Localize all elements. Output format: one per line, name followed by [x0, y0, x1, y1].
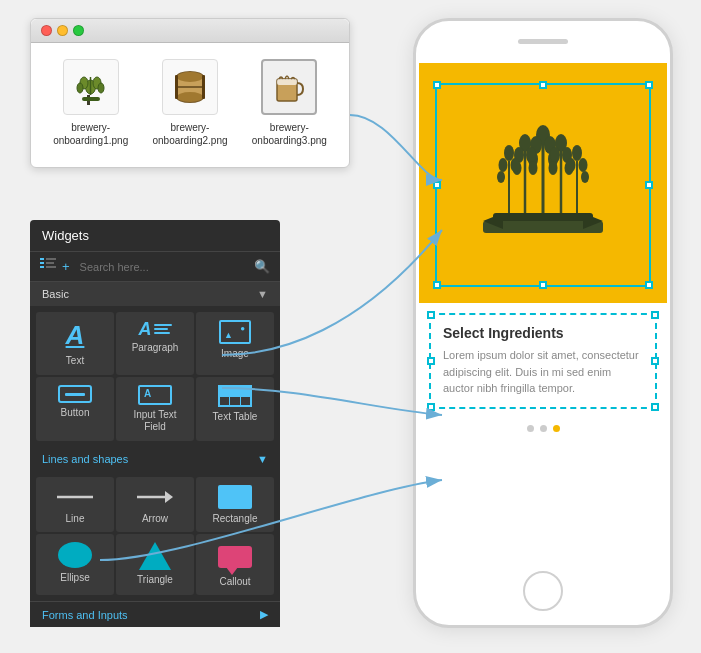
dot-2[interactable]: [540, 425, 547, 432]
shape-triangle[interactable]: Triangle: [116, 534, 194, 595]
file-name: brewery-onboarding3.png: [252, 121, 327, 147]
svg-rect-23: [46, 266, 56, 268]
selection-handle-br[interactable]: [645, 281, 653, 289]
add-widget-icon: +: [62, 259, 70, 274]
phone-dots-indicator: [419, 425, 667, 432]
shape-callout[interactable]: Callout: [196, 534, 274, 595]
image-widget-label: Image: [221, 348, 249, 360]
svg-point-5: [77, 83, 83, 93]
window-titlebar: [31, 19, 349, 43]
phone-home-button[interactable]: [523, 571, 563, 611]
shape-arrow[interactable]: Arrow: [116, 477, 194, 532]
rectangle-shape-icon: [218, 485, 252, 509]
forms-section-label: Forms and Inputs: [42, 609, 128, 621]
rectangle-shape-label: Rectangle: [212, 513, 257, 524]
file-name: brewery-onboarding1.png: [53, 121, 128, 147]
text-handle-tr[interactable]: [651, 311, 659, 319]
selection-handle-mr[interactable]: [645, 181, 653, 189]
widgets-panel: Widgets + 🔍 Basic ▼ A Text A: [30, 220, 280, 627]
text-widget-icon: A: [66, 320, 85, 351]
image-selection-box: [435, 83, 651, 287]
paragraph-widget-label: Paragraph: [132, 342, 179, 354]
paragraph-lines: [154, 324, 172, 334]
svg-rect-1: [82, 97, 100, 101]
selection-handle-bc[interactable]: [539, 281, 547, 289]
selection-handle-tc[interactable]: [539, 81, 547, 89]
widget-button[interactable]: Button: [36, 377, 114, 441]
svg-rect-22: [46, 262, 54, 264]
widget-text-table[interactable]: Text Table: [196, 377, 274, 441]
image-widget-icon: [219, 320, 251, 344]
phone-text-section: Select Ingredients Lorem ipsum dolor sit…: [419, 303, 667, 415]
brewery-icon-1: [71, 67, 111, 107]
lines-section-label: Lines and shapes: [42, 453, 128, 465]
text-handle-tl[interactable]: [427, 311, 435, 319]
selection-handle-tr[interactable]: [645, 81, 653, 89]
arrow-shape-label: Arrow: [142, 513, 168, 524]
svg-rect-14: [175, 75, 178, 99]
svg-rect-21: [46, 258, 56, 260]
button-widget-label: Button: [61, 407, 90, 419]
widget-text[interactable]: A Text: [36, 312, 114, 375]
widget-image[interactable]: Image: [196, 312, 274, 375]
window-maximize-button[interactable]: [73, 25, 84, 36]
brewery-icon-3: [269, 67, 309, 107]
callout-shape-icon: [218, 542, 252, 572]
shape-ellipse[interactable]: Ellipse: [36, 534, 114, 595]
svg-rect-18: [40, 258, 44, 260]
svg-rect-17: [277, 79, 297, 85]
text-handle-bl[interactable]: [427, 403, 435, 411]
lines-section-chevron: ▼: [257, 453, 268, 465]
text-widget-label: Text: [66, 355, 84, 367]
widgets-search-bar: + 🔍: [30, 252, 280, 282]
window-close-button[interactable]: [41, 25, 52, 36]
shape-line[interactable]: Line: [36, 477, 114, 532]
brewery-icon-2: [170, 67, 210, 107]
ellipse-shape-icon: [58, 542, 92, 568]
window-minimize-button[interactable]: [57, 25, 68, 36]
text-handle-ml[interactable]: [427, 357, 435, 365]
widgets-search-input[interactable]: [80, 261, 248, 273]
shape-rectangle[interactable]: Rectangle: [196, 477, 274, 532]
triangle-shape-icon: [139, 542, 171, 570]
dot-3-active[interactable]: [553, 425, 560, 432]
table-widget-icon: [218, 385, 252, 407]
widget-paragraph[interactable]: A Paragraph: [116, 312, 194, 375]
shapes-grid: Line Arrow Rectangle Ellipse Triangle: [30, 471, 280, 601]
file-icon: [63, 59, 119, 115]
forms-section-chevron: ▶: [260, 608, 268, 621]
phone-screen: Select Ingredients Lorem ipsum dolor sit…: [419, 63, 667, 563]
forms-section-header[interactable]: Forms and Inputs ▶: [30, 601, 280, 627]
paragraph-widget-icon: A: [139, 320, 172, 338]
file-item[interactable]: brewery-onboarding2.png: [150, 59, 229, 147]
svg-point-6: [98, 83, 104, 93]
lines-section-header[interactable]: Lines and shapes ▼: [30, 447, 280, 471]
dot-1[interactable]: [527, 425, 534, 432]
selection-handle-tl[interactable]: [433, 81, 441, 89]
text-handle-br[interactable]: [651, 403, 659, 411]
triangle-shape-label: Triangle: [137, 574, 173, 585]
file-browser-window: brewery-onboarding1.png brewery-onboardi…: [30, 18, 350, 168]
basic-section-header[interactable]: Basic ▼: [30, 282, 280, 306]
svg-point-12: [177, 92, 203, 102]
file-icon-selected: [261, 59, 317, 115]
selection-handle-bl[interactable]: [433, 281, 441, 289]
widgets-panel-title: Widgets: [30, 220, 280, 252]
text-handle-mr[interactable]: [651, 357, 659, 365]
text-selection-box: Select Ingredients Lorem ipsum dolor sit…: [429, 313, 657, 409]
phone-mockup: Select Ingredients Lorem ipsum dolor sit…: [413, 18, 673, 628]
selection-handle-ml[interactable]: [433, 181, 441, 189]
button-widget-icon: [58, 385, 92, 403]
basic-section-chevron: ▼: [257, 288, 268, 300]
text-table-widget-label: Text Table: [213, 411, 258, 423]
svg-marker-26: [165, 491, 173, 503]
phone-screen-title: Select Ingredients: [443, 325, 643, 341]
widget-input-text[interactable]: Input TextField: [116, 377, 194, 441]
phone-screen-body: Lorem ipsum dolor sit amet, consectetur …: [443, 347, 643, 397]
file-item[interactable]: brewery-onboarding3.png: [250, 59, 329, 147]
file-item[interactable]: brewery-onboarding1.png: [51, 59, 130, 147]
svg-rect-20: [40, 266, 44, 268]
svg-rect-19: [40, 262, 44, 264]
file-icon: [162, 59, 218, 115]
phone-speaker: [518, 39, 568, 44]
